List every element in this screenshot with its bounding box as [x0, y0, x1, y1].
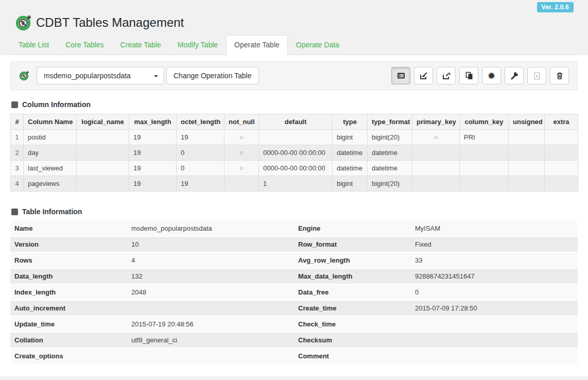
cell — [412, 161, 460, 176]
cell: postid — [24, 130, 77, 145]
tab-operate-data[interactable]: Operate Data — [288, 35, 348, 55]
info-row: Create_options Comment — [10, 349, 578, 365]
cell: ○ — [412, 130, 460, 145]
cell: bigint — [333, 130, 368, 145]
cell: 19 — [129, 161, 177, 176]
page-title: CDBT Tables Management — [36, 14, 184, 31]
col-header: max_length — [129, 114, 177, 130]
info-label: Engine — [294, 221, 414, 236]
info-label: Auto_increment — [10, 301, 130, 316]
export-table-button[interactable] — [437, 67, 456, 84]
tab-table-list[interactable]: Table List — [10, 35, 57, 55]
cell — [77, 161, 129, 176]
operation-table-select-value: msdemo_popularpostsdata — [44, 72, 131, 80]
info-label: Index_length — [10, 285, 130, 300]
wrench-icon — [510, 72, 518, 80]
table-details-button[interactable] — [391, 67, 410, 84]
cell: 1 — [259, 176, 333, 192]
cell — [545, 176, 578, 192]
cell: datetime — [333, 145, 368, 161]
info-label: Avg_row_length — [294, 253, 414, 268]
cdbt-logo-icon — [19, 71, 29, 81]
cell: day — [24, 145, 77, 161]
cell: 2 — [11, 145, 24, 161]
cell — [545, 161, 578, 176]
clean-table-button[interactable]: ✹ — [482, 67, 501, 84]
cell — [77, 176, 129, 192]
col-header: # — [11, 114, 24, 130]
change-operation-table-button[interactable]: Change Operation Table — [166, 67, 259, 84]
col-header: logical_name — [77, 114, 129, 130]
table-row: 3 last_viewed 19 0 ○ 0000-00-00 00:00:00… — [11, 161, 578, 176]
cell: 4 — [11, 176, 24, 192]
info-label: Max_data_length — [294, 269, 414, 284]
cell — [460, 145, 509, 161]
info-label: Create_time — [294, 301, 414, 316]
info-row: Name msdemo_popularpostsdata Engine MyIS… — [10, 221, 578, 237]
info-value: 10 — [130, 237, 294, 252]
table-operation-buttons: ✹ — [391, 67, 569, 84]
info-value: 0 — [414, 285, 578, 300]
info-label: Name — [10, 221, 130, 236]
operation-table-select[interactable]: msdemo_popularpostsdata — [37, 67, 164, 84]
cell — [412, 176, 460, 192]
tab-content-panel: msdemo_popularpostsdata Change Operation… — [0, 55, 588, 376]
repair-table-button[interactable] — [505, 67, 524, 84]
cell: 0000-00-00 00:00:00 — [259, 161, 333, 176]
duplicate-table-button[interactable] — [459, 67, 478, 84]
info-label: Comment — [294, 349, 414, 364]
info-value: 2015-07-19 20:48:56 — [130, 317, 294, 332]
info-label: Checksum — [294, 333, 414, 348]
square-bullet-icon — [11, 209, 18, 215]
column-information-table: # Column Name logical_name max_length oc… — [10, 114, 578, 192]
tab-bar: Table List Core Tables Create Table Modi… — [0, 35, 588, 55]
burst-icon: ✹ — [488, 71, 496, 81]
cell — [412, 145, 460, 161]
col-header: Column Name — [24, 114, 77, 130]
table-row: 4 pageviews 19 19 1 bigint bigint(20) — [11, 176, 578, 192]
cell: PRI — [460, 130, 509, 145]
info-label: Rows — [10, 253, 130, 268]
cell: 0 — [177, 145, 224, 161]
tab-create-table[interactable]: Create Table — [112, 35, 169, 55]
info-label: Data_free — [294, 285, 414, 300]
cell: 0000-00-00 00:00:00 — [259, 145, 333, 161]
cell: 19 — [129, 176, 177, 192]
cell — [77, 145, 129, 161]
chevron-down-icon — [154, 75, 158, 77]
version-badge: Ver. 2.0.6 — [537, 2, 574, 12]
cdbt-logo-icon — [15, 14, 32, 31]
cell: 19 — [129, 130, 177, 145]
info-label: Collation — [10, 333, 130, 348]
info-value: msdemo_popularpostsdata — [130, 221, 294, 236]
tab-core-tables[interactable]: Core Tables — [57, 35, 112, 55]
delete-table-button[interactable] — [550, 67, 569, 84]
backup-table-button[interactable] — [527, 67, 546, 84]
cell: ○ — [224, 161, 259, 176]
info-label: Data_length — [10, 269, 130, 284]
table-row: 1 postid 19 19 ○ bigint bigint(20) ○ PRI — [11, 130, 578, 145]
cell — [545, 145, 578, 161]
import-table-button[interactable] — [414, 67, 433, 84]
col-header: primary_key — [412, 114, 460, 130]
info-label: Row_format — [294, 237, 414, 252]
cell: pageviews — [24, 176, 77, 192]
trash-icon — [556, 72, 564, 80]
info-value: MyISAM — [414, 221, 578, 236]
cell: bigint — [333, 176, 368, 192]
info-row: Auto_increment Create_time 2015-07-09 17… — [10, 301, 578, 317]
col-header: default — [259, 114, 333, 130]
tab-modify-table[interactable]: Modify Table — [169, 35, 226, 55]
info-value — [130, 349, 294, 364]
info-label: Check_time — [294, 317, 414, 332]
cell — [509, 145, 545, 161]
tab-operate-table[interactable]: Operate Table — [226, 35, 288, 55]
info-value: 2015-07-09 17:28:50 — [414, 301, 578, 316]
info-value: 4 — [130, 253, 294, 268]
cell: 19 — [177, 130, 224, 145]
cell: datetime — [333, 161, 368, 176]
info-value — [414, 317, 578, 332]
col-header: type — [333, 114, 368, 130]
table-row: 2 day 19 0 ○ 0000-00-00 00:00:00 datetim… — [11, 145, 578, 161]
column-information-heading: Column Information — [11, 100, 578, 109]
